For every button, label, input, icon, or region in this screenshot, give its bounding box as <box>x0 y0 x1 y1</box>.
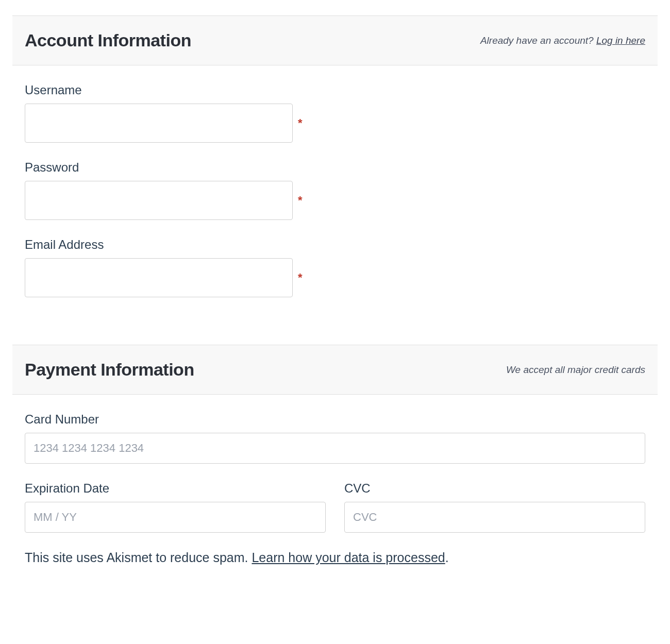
payment-section-body: Card Number Expiration Date CVC <box>12 395 658 533</box>
username-required-mark: * <box>298 116 303 130</box>
password-field-group: Password * <box>25 160 645 220</box>
spam-notice: This site uses Akismet to reduce spam. L… <box>12 550 658 565</box>
expiration-label: Expiration Date <box>25 481 326 496</box>
section-spacer <box>12 324 658 345</box>
cvc-label: CVC <box>344 481 645 496</box>
username-label: Username <box>25 83 645 97</box>
payment-row: Expiration Date CVC <box>25 481 645 533</box>
payment-side-note: We accept all major credit cards <box>506 364 645 376</box>
expiration-field-group: Expiration Date <box>25 481 326 533</box>
password-label: Password <box>25 160 645 175</box>
account-heading: Account Information <box>25 30 191 50</box>
login-link[interactable]: Log in here <box>596 35 645 46</box>
password-required-mark: * <box>298 194 303 207</box>
card-number-field-group: Card Number <box>25 412 645 464</box>
payment-section-header: Payment Information We accept all major … <box>12 345 658 395</box>
username-input[interactable] <box>25 104 293 143</box>
username-field-group: Username * <box>25 83 645 143</box>
spam-suffix: . <box>445 550 449 565</box>
password-input[interactable] <box>25 181 293 220</box>
password-input-row: * <box>25 181 645 220</box>
card-number-input[interactable] <box>25 433 645 464</box>
email-input-row: * <box>25 258 645 297</box>
email-required-mark: * <box>298 271 303 284</box>
cvc-input[interactable] <box>344 502 645 533</box>
login-prompt-container: Already have an account? Log in here <box>480 35 645 46</box>
email-label: Email Address <box>25 238 645 252</box>
card-number-label: Card Number <box>25 412 645 427</box>
email-input[interactable] <box>25 258 293 297</box>
cvc-field-group: CVC <box>344 481 645 533</box>
spam-link[interactable]: Learn how your data is processed <box>252 550 445 565</box>
account-section-body: Username * Password * Email Address * <box>12 65 658 324</box>
expiration-input[interactable] <box>25 502 326 533</box>
login-prompt-text: Already have an account? <box>480 35 596 46</box>
account-section-header: Account Information Already have an acco… <box>12 15 658 65</box>
payment-heading: Payment Information <box>25 360 194 380</box>
email-field-group: Email Address * <box>25 238 645 297</box>
spam-text: This site uses Akismet to reduce spam. <box>25 550 252 565</box>
username-input-row: * <box>25 104 645 143</box>
